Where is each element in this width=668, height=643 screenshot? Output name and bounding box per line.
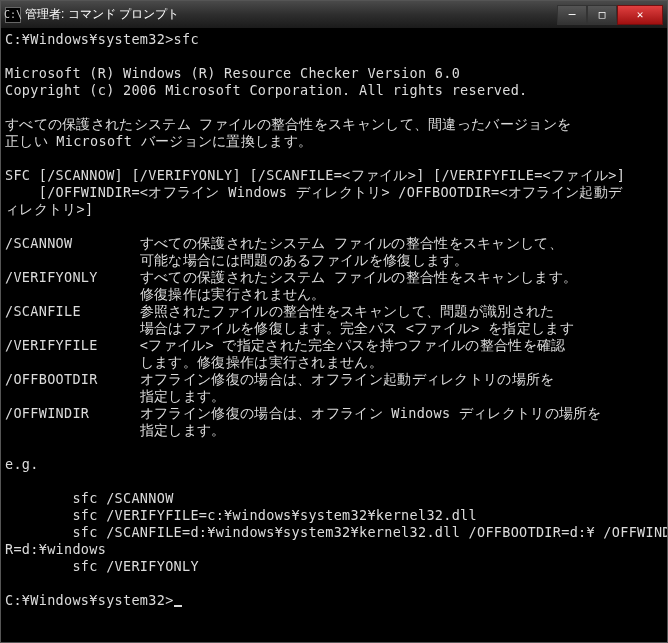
terminal-output[interactable]: C:¥Windows¥system32>sfc Microsoft (R) Wi… [1,29,667,642]
titlebar[interactable]: C:\ 管理者: コマンド プロンプト ─ □ ✕ [1,1,667,29]
output-line: sfc /VERIFYONLY [5,558,199,574]
output-line: 指定します。 [5,388,226,404]
output-line: 指定します。 [5,422,226,438]
output-line: R=d:¥windows [5,541,106,557]
maximize-button[interactable]: □ [587,5,617,25]
minimize-button[interactable]: ─ [557,5,587,25]
output-line: Microsoft (R) Windows (R) Resource Check… [5,65,460,81]
output-line: sfc /SCANFILE=d:¥windows¥system32¥kernel… [5,524,667,540]
prompt: C:¥Windows¥system32> [5,31,174,47]
command-prompt-window: C:\ 管理者: コマンド プロンプト ─ □ ✕ C:¥Windows¥sys… [0,0,668,643]
output-line: 可能な場合には問題のあるファイルを修復します。 [5,252,469,268]
output-line: 場合はファイルを修復します。完全パス <ファイル> を指定します [5,320,574,336]
output-line: /SCANFILE 参照されたファイルの整合性をスキャンして、問題が識別された [5,303,555,319]
output-line: SFC [/SCANNOW] [/VERIFYONLY] [/SCANFILE=… [5,167,625,183]
output-line: します。修復操作は実行されません。 [5,354,383,370]
output-line: sfc /SCANNOW [5,490,174,506]
window-title: 管理者: コマンド プロンプト [25,6,557,23]
output-line: 正しい Microsoft バージョンに置換します。 [5,133,312,149]
output-line: e.g. [5,456,39,472]
output-line: /OFFWINDIR オフライン修復の場合は、オフライン Windows ディレ… [5,405,602,421]
close-button[interactable]: ✕ [617,5,663,25]
output-line: /VERIFYONLY すべての保護されたシステム ファイルの整合性をスキャンし… [5,269,577,285]
output-line: /SCANNOW すべての保護されたシステム ファイルの整合性をスキャンして、 [5,235,563,251]
output-line: すべての保護されたシステム ファイルの整合性をスキャンして、間違ったバージョンを [5,116,571,132]
app-icon: C:\ [5,7,21,23]
output-line: [/OFFWINDIR=<オフライン Windows ディレクトリ> /OFFB… [5,184,622,200]
cursor [174,605,182,607]
output-line: 修復操作は実行されません。 [5,286,326,302]
output-line: sfc /VERIFYFILE=c:¥windows¥system32¥kern… [5,507,477,523]
command-text: sfc [174,31,199,47]
output-line: /OFFBOOTDIR オフライン修復の場合は、オフライン起動ディレクトリの場所… [5,371,555,387]
prompt: C:¥Windows¥system32> [5,592,174,608]
output-line: /VERIFYFILE <ファイル> で指定された完全パスを持つファイルの整合性… [5,337,566,353]
output-line: Copyright (c) 2006 Microsoft Corporation… [5,82,528,98]
window-controls: ─ □ ✕ [557,5,663,25]
output-line: ィレクトリ>] [5,201,93,217]
